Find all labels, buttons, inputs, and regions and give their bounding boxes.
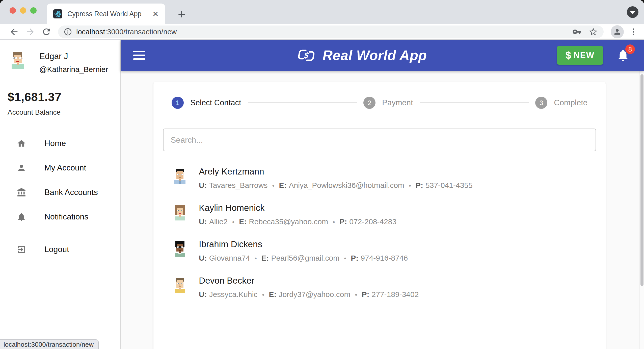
contact-details: U:Allie2•E:Rebeca35@yahoo.com•P:072-208-… [199, 217, 396, 226]
step-complete: 3 Complete [535, 97, 587, 109]
menu-hamburger-icon[interactable] [133, 51, 145, 60]
separator-dot: • [254, 255, 257, 262]
transaction-card: 1 Select Contact 2 Payment 3 Complete [153, 82, 606, 349]
browser-profile-icon[interactable] [611, 25, 624, 38]
svg-text:$: $ [303, 51, 309, 60]
separator-dot: • [344, 255, 346, 262]
contact-name: Kaylin Homenick [199, 203, 396, 213]
new-transaction-button[interactable]: $ NEW [557, 46, 603, 65]
person-icon [17, 163, 26, 173]
tab-close-icon[interactable]: ✕ [152, 10, 159, 18]
contact-list: Arely Kertzmann U:Tavares_Barrows•E:Aniy… [153, 155, 606, 312]
separator-dot: • [333, 218, 335, 226]
app-bar: $ Real World App $ NEW 8 [121, 40, 644, 71]
tab-title: Cypress Real World App [67, 10, 149, 18]
new-tab-button[interactable]: + [176, 9, 188, 21]
sidebar-item-logout[interactable]: Logout [0, 237, 120, 262]
balance-amount: $1,681.37 [8, 90, 120, 104]
close-window-button[interactable] [10, 7, 16, 14]
window-controls [10, 7, 37, 14]
separator-dot: • [262, 291, 264, 298]
browser-toolbar: localhost:3000/transaction/new [0, 24, 644, 40]
username-label: U: [199, 217, 207, 226]
contact-row-devon-becker[interactable]: Devon Becker U:Jessyca.Kuhic•E:Jordy37@y… [153, 268, 606, 305]
tab-search-icon[interactable] [627, 6, 638, 18]
separator-dot: • [409, 182, 411, 189]
sidebar-item-my-account[interactable]: My Account [0, 156, 120, 180]
notifications-bell[interactable]: 8 [616, 48, 630, 62]
contact-phone: 537-041-4355 [425, 181, 473, 189]
contact-name: Devon Becker [199, 276, 419, 286]
browser-window: Cypress Real World App ✕ + localhost:300… [0, 0, 644, 349]
username-label: U: [199, 181, 207, 189]
sidebar-item-bank-accounts[interactable]: Bank Accounts [0, 180, 120, 205]
contact-phone: 072-208-4283 [349, 217, 396, 226]
contact-avatar [172, 167, 188, 184]
separator-dot: • [232, 218, 234, 226]
contact-avatar [172, 240, 188, 257]
toolbar-right [607, 25, 638, 38]
account-balance: $1,681.37 Account Balance [0, 74, 120, 116]
phone-label: P: [351, 254, 358, 262]
contact-row-ibrahim-dickens[interactable]: Ibrahim Dickens U:Giovanna74•E:Pearl56@g… [153, 232, 606, 268]
notifications-badge: 8 [625, 44, 635, 54]
contact-username: Giovanna74 [209, 254, 250, 262]
contact-username: Tavares_Barrows [209, 181, 268, 189]
react-favicon-icon [53, 9, 62, 18]
contact-username: Jessyca.Kuhic [209, 290, 258, 298]
step-select-contact: 1 Select Contact [172, 97, 241, 109]
rwa-logo-icon: $ [297, 48, 317, 63]
back-icon[interactable] [9, 26, 20, 37]
sidebar-item-notifications[interactable]: Notifications [0, 205, 120, 229]
phone-label: P: [339, 217, 347, 226]
separator-dot: • [355, 291, 357, 298]
step-connector [248, 103, 357, 103]
contact-search-input[interactable] [163, 129, 596, 151]
step-payment: 2 Payment [363, 97, 413, 109]
main-area: $ Real World App $ NEW 8 [121, 40, 644, 349]
contact-username: Allie2 [209, 217, 228, 226]
app-logo[interactable]: $ Real World App [297, 47, 427, 63]
sidebar-user: Edgar J @Katharina_Bernier [0, 40, 120, 74]
contact-name: Ibrahim Dickens [199, 239, 408, 249]
password-key-icon[interactable] [572, 27, 581, 36]
dollar-icon: $ [566, 50, 571, 61]
balance-label: Account Balance [8, 108, 120, 116]
sidebar-nav: Home My Account Bank Accounts Notificati… [0, 131, 120, 262]
url-text: localhost:3000/transaction/new [76, 28, 177, 36]
user-handle: @Katharina_Bernier [39, 65, 108, 74]
maximize-window-button[interactable] [30, 7, 37, 14]
user-display-name: Edgar J [39, 52, 108, 61]
stepper: 1 Select Contact 2 Payment 3 Complete [153, 82, 606, 122]
email-label: E: [239, 217, 247, 226]
home-icon [17, 139, 26, 148]
reload-icon[interactable] [41, 26, 52, 37]
contact-row-kaylin-homenick[interactable]: Kaylin Homenick U:Allie2•E:Rebeca35@yaho… [153, 196, 606, 232]
separator-dot: • [272, 182, 274, 189]
contact-email: Pearl56@gmail.com [271, 254, 340, 262]
page-content: Edgar J @Katharina_Bernier $1,681.37 Acc… [0, 40, 644, 349]
browser-tab[interactable]: Cypress Real World App ✕ [47, 4, 165, 24]
scrollbar-thumb[interactable] [640, 74, 643, 286]
username-label: U: [199, 254, 207, 262]
contact-avatar [172, 204, 188, 220]
contact-email: Rebeca35@yahoo.com [249, 217, 328, 226]
username-label: U: [199, 290, 207, 298]
sidebar-item-home[interactable]: Home [0, 131, 120, 156]
email-label: E: [269, 290, 277, 298]
phone-label: P: [416, 181, 423, 189]
forward-icon[interactable] [25, 26, 36, 37]
contact-email: Jordy37@yahoo.com [279, 290, 351, 298]
status-bar: localhost:3000/transaction/new [0, 339, 99, 349]
app-title: Real World App [323, 47, 427, 63]
minimize-window-button[interactable] [20, 7, 26, 14]
user-avatar [9, 51, 27, 69]
bookmark-star-icon[interactable] [588, 27, 598, 37]
url-bar[interactable]: localhost:3000/transaction/new [58, 26, 604, 38]
contact-email: Aniya_Powlowski36@hotmail.com [289, 181, 404, 189]
logout-icon [17, 245, 26, 254]
contact-row-arely-kertzmann[interactable]: Arely Kertzmann U:Tavares_Barrows•E:Aniy… [153, 159, 606, 196]
browser-menu-icon[interactable] [629, 27, 638, 36]
status-url: localhost:3000/transaction/new [4, 341, 94, 348]
bank-icon [17, 188, 26, 197]
